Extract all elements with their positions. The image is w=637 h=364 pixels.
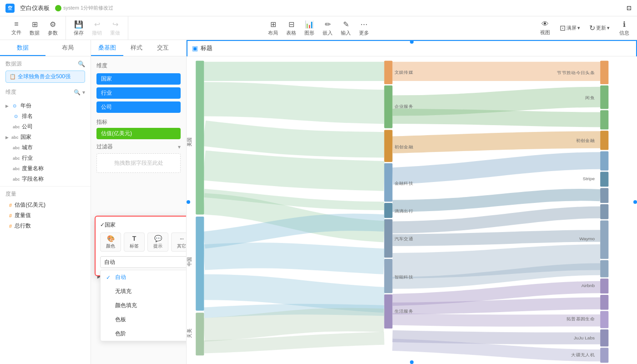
- measure-count[interactable]: # 总行数: [5, 221, 85, 231]
- resize-handle-left[interactable]: [187, 200, 190, 204]
- left-sidebar: 数据 布局 数据源 🔍 📋 全球独角兽企业500强 维度 🔍 ▾: [0, 40, 91, 364]
- tab-layout[interactable]: 布局: [46, 40, 91, 56]
- tab-interact[interactable]: 交互: [150, 40, 176, 56]
- dim-measure-name[interactable]: abc 度量名称: [2, 163, 89, 174]
- layout-icon: ⊞: [270, 20, 276, 29]
- svg-rect-18: [600, 188, 608, 203]
- toolbar-save[interactable]: 💾 保存: [70, 18, 88, 38]
- toolbar-redo[interactable]: ↪ 重做: [106, 18, 124, 38]
- dim-country[interactable]: ▶ abc 国家: [2, 132, 89, 142]
- dim-tag-industry[interactable]: 行业: [96, 87, 181, 99]
- popup-btn-other[interactable]: ··· 其它: [171, 233, 186, 252]
- dropdown-option-none[interactable]: 无填充: [101, 284, 186, 298]
- svg-rect-16: [600, 151, 608, 170]
- dim-tag-company[interactable]: 公司: [96, 101, 181, 113]
- expand-icon: ▶: [5, 135, 9, 140]
- dim-field-name[interactable]: abc 字段名称: [2, 174, 89, 184]
- svg-text:Stripe: Stripe: [583, 177, 595, 182]
- svg-text:大疆无人机: 大疆无人机: [571, 352, 595, 357]
- toolbar-table[interactable]: ⊟ 表格: [282, 18, 300, 38]
- svg-rect-4: [384, 61, 392, 84]
- dim-company[interactable]: abc 公司: [2, 121, 89, 132]
- svg-text:生活服务: 生活服务: [394, 309, 413, 314]
- tab-sankey[interactable]: 桑基图: [91, 40, 123, 56]
- abc-icon4: abc: [13, 156, 19, 161]
- filter-drop-area: 拖拽数据字段至此处: [96, 153, 181, 173]
- svg-text:天美: 天美: [187, 329, 192, 338]
- app-logo: 空: [5, 4, 15, 13]
- svg-text:Waymo: Waymo: [579, 236, 595, 241]
- dim-rank[interactable]: ⊙ 排名: [2, 111, 89, 121]
- popup-btn-label[interactable]: T 标签: [124, 233, 145, 252]
- toolbar-data[interactable]: ⊞ 数据: [25, 18, 44, 38]
- svg-rect-9: [384, 219, 392, 258]
- popup-buttons: 🎨 颜色 T 标签 💬 提示 ··· 其它: [100, 233, 186, 252]
- abc-icon: abc: [13, 125, 19, 129]
- dim-year[interactable]: ▶ ⊙ 年份: [2, 101, 89, 111]
- popup-btn-tip[interactable]: 💬 提示: [147, 233, 168, 252]
- toolbar-chart[interactable]: 📊 图形: [300, 18, 318, 38]
- svg-rect-24: [600, 311, 608, 329]
- hash-icon1: #: [9, 202, 12, 208]
- measure-metric[interactable]: # 度量值: [5, 210, 85, 221]
- datasource-item[interactable]: 📋 全球独角兽企业500强: [5, 71, 85, 83]
- window-controls[interactable]: ⊡: [627, 5, 632, 11]
- filter-expand-icon[interactable]: ▾: [178, 144, 181, 150]
- datasource-icon: 📋: [10, 74, 16, 80]
- status-dot: [55, 5, 61, 11]
- toolbar-input[interactable]: ✎ 输入: [337, 18, 355, 38]
- toolbar-undo[interactable]: ↩ 撤销: [88, 18, 106, 38]
- svg-rect-15: [600, 131, 608, 150]
- svg-rect-6: [384, 130, 392, 162]
- resize-handle-top[interactable]: [410, 40, 414, 44]
- popup-btn-color[interactable]: 🎨 颜色: [100, 233, 121, 252]
- more-icon: ⋯: [360, 20, 368, 29]
- dropdown-option-auto[interactable]: ✓ 自动: [101, 270, 186, 284]
- filter-section: 过滤器 ▾ 拖拽数据字段至此处: [96, 143, 181, 173]
- color-mode-select[interactable]: 自动: [100, 256, 186, 268]
- dim-city[interactable]: abc 城市: [2, 142, 89, 153]
- toolbar-fullscreen[interactable]: ⊡ 满屏 ▾: [556, 22, 584, 34]
- toolbar-group-edit: 💾 保存 ↩ 撤销 ↪ 重做: [66, 16, 128, 40]
- label-icon: T: [132, 235, 136, 242]
- datasource-label: 数据源 🔍: [5, 60, 85, 68]
- filter-header: 过滤器 ▾: [96, 143, 181, 151]
- svg-text:滴滴出行: 滴滴出行: [394, 208, 413, 213]
- dropdown-option-color-fill[interactable]: 颜色填充: [101, 298, 186, 313]
- resize-handle-right[interactable]: [633, 200, 637, 204]
- toolbar-param[interactable]: ⚙ 参数: [44, 18, 62, 38]
- toolbar-info[interactable]: ℹ 信息: [615, 18, 633, 38]
- dimension-search-icon[interactable]: 🔍: [74, 89, 81, 96]
- color-icon: 🎨: [107, 235, 115, 242]
- dim-industry[interactable]: abc 行业: [2, 153, 89, 163]
- panel-content: 维度 国家 行业 公司 指标 估值(亿美元) 过滤器 ▾: [91, 56, 186, 364]
- dropdown-option-gradient[interactable]: 色阶: [101, 327, 186, 341]
- info-icon: ℹ: [623, 20, 626, 29]
- toolbar-layout[interactable]: ⊞ 布局: [264, 18, 282, 38]
- svg-rect-14: [600, 110, 608, 129]
- svg-rect-10: [384, 259, 392, 293]
- popup-select-wrap: 自动 ▾ ✓ 自动 无填充: [100, 256, 186, 268]
- dimension-expand-icon[interactable]: ▾: [82, 89, 85, 96]
- data-icon: ⊞: [32, 20, 38, 29]
- toolbar-more[interactable]: ⋯ 更多: [355, 18, 373, 38]
- measure-value[interactable]: # 估值(亿美元): [5, 200, 85, 210]
- input-icon: ✎: [343, 20, 349, 29]
- hash-icon3: #: [9, 223, 12, 229]
- search-icon[interactable]: 🔍: [78, 61, 85, 67]
- toolbar-update[interactable]: ↻ 更新 ▾: [586, 22, 613, 34]
- resize-handle-bottom[interactable]: [410, 360, 414, 364]
- metric-tag-value[interactable]: 估值(亿美元): [96, 128, 181, 139]
- svg-rect-17: [600, 172, 608, 187]
- sankey-chart: 美国 中国 天美 文娱传媒 企业服务 初创金融 金融科技 滴滴出行 汽车交通 智…: [187, 56, 637, 364]
- dimension-section: 维度 🔍 ▾: [0, 85, 91, 101]
- toolbar-file[interactable]: ≡ 文件: [7, 18, 25, 38]
- update-icon: ↻: [589, 24, 595, 32]
- tab-style[interactable]: 样式: [123, 40, 150, 56]
- tab-data[interactable]: 数据: [0, 40, 46, 56]
- dim-tag-country[interactable]: 国家: [96, 73, 181, 85]
- dropdown-option-palette[interactable]: 色板: [101, 313, 186, 327]
- toolbar-embed[interactable]: ✏ 嵌入: [318, 18, 337, 38]
- string-icon: ⊙: [13, 114, 19, 119]
- toolbar-view[interactable]: 👁 视图: [536, 18, 554, 38]
